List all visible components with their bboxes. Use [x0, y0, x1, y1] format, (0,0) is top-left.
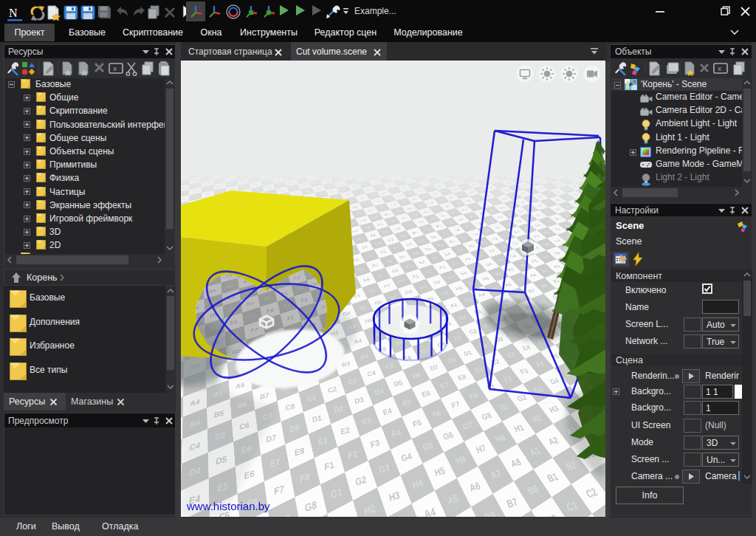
- svg-text:N: N: [9, 7, 18, 19]
- svg-text:www.historian.by: www.historian.by: [186, 500, 270, 512]
- svg-text:x: x: [113, 66, 117, 73]
- svg-text:x: x: [718, 66, 721, 73]
